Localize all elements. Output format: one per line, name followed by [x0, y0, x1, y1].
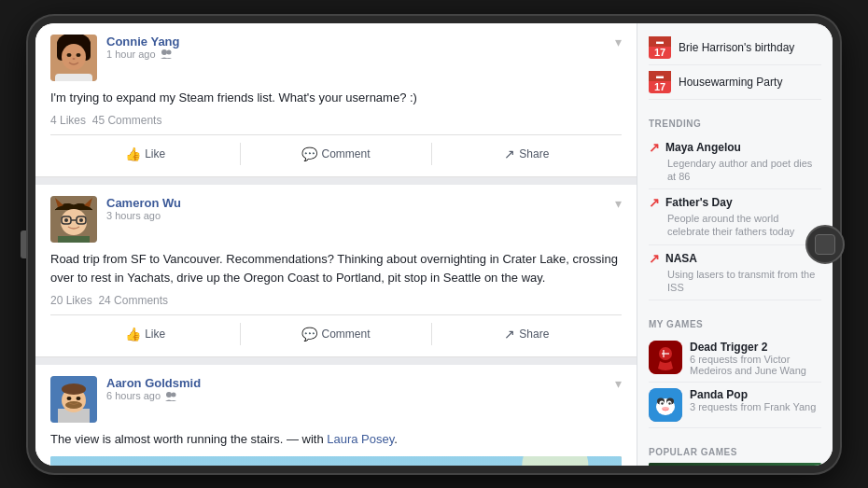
post-text-3: The view is almost worth running the sta… [50, 430, 622, 449]
event-item-housewarming: ▬ 17 Housewarming Party [649, 65, 821, 100]
post-time-1: 1 hour ago [106, 49, 615, 60]
svg-rect-7 [55, 74, 92, 81]
svg-point-26 [172, 392, 176, 397]
popular-games-section: POPULAR GAMES [637, 436, 833, 465]
trending-title-nasa[interactable]: NASA [665, 252, 697, 265]
game-info-dt2: Dead Trigger 2 6 requests from Victor Me… [690, 341, 821, 376]
trending-title-maya[interactable]: Maya Angelou [665, 141, 741, 154]
post-stats-1: 4 Likes 45 Comments [50, 114, 622, 127]
like-icon-1: 👍 [125, 146, 141, 161]
trending-header-fathersday: ↗ Father's Day [649, 195, 821, 210]
trending-header-nasa: ↗ NASA [649, 251, 821, 266]
avatar-connie [50, 35, 97, 81]
post-header-3: Aaron Goldsmid 6 hours ago ▾ [50, 376, 622, 423]
comment-button-2[interactable]: 💬 Comment [241, 323, 431, 345]
post-text-2: Road trip from SF to Vancouver. Recommen… [50, 250, 622, 286]
share-icon-2: ↗ [504, 327, 515, 342]
post-image-3 [50, 456, 622, 466]
svg-point-11 [61, 209, 87, 235]
trending-desc-fathersday: People around the world celebrate their … [649, 212, 821, 239]
post-chevron-3[interactable]: ▾ [615, 376, 622, 391]
trending-section: TRENDING ↗ Maya Angelou Legendary author… [637, 107, 833, 309]
game-item-dt2: Dead Trigger 2 6 requests from Victor Me… [649, 335, 821, 383]
trending-title-fathersday[interactable]: Father's Day [665, 196, 733, 209]
share-button-1[interactable]: ↗ Share [432, 143, 622, 165]
my-games-section: MY GAMES [637, 308, 833, 436]
post-author-1[interactable]: Connie Yang [106, 35, 615, 49]
post-meta-3: Aaron Goldsmid 6 hours ago [106, 376, 615, 401]
post-card-3: Aaron Goldsmid 6 hours ago ▾ [35, 365, 637, 466]
game-title-dt2[interactable]: Dead Trigger 2 [690, 341, 821, 354]
post-card-2: Cameron Wu 3 hours ago ▾ Road trip from … [35, 185, 637, 357]
svg-point-6 [73, 58, 76, 60]
share-icon-1: ↗ [504, 146, 515, 161]
event-icon-birthday: ▬ 17 [649, 36, 671, 59]
trending-nasa: ↗ NASA Using lasers to transmit from the… [649, 245, 821, 301]
my-games-title: MY GAMES [649, 319, 821, 329]
post-author-2[interactable]: Cameron Wu [106, 196, 615, 210]
event-name-birthday[interactable]: Brie Harrison's birthday [679, 41, 794, 54]
svg-point-4 [67, 53, 72, 57]
right-sidebar: ▬ 17 Brie Harrison's birthday ▬ 17 House… [637, 23, 833, 466]
like-button-2[interactable]: 👍 Like [50, 323, 241, 345]
avatar-aaron [50, 376, 97, 423]
svg-point-15 [64, 218, 68, 222]
post-meta-1: Connie Yang 1 hour ago [106, 35, 615, 60]
game-item-pp: Panda Pop 3 requests from Frank Yang [649, 383, 821, 428]
post-card-1: Connie Yang 1 hour ago ▾ [35, 23, 637, 178]
svg-point-5 [77, 53, 81, 57]
trending-desc-nasa: Using lasers to transmit from the ISS [649, 268, 821, 295]
svg-point-22 [67, 397, 72, 400]
post-actions-2: 👍 Like 💬 Comment ↗ Share [50, 314, 622, 345]
home-button[interactable] [805, 225, 845, 264]
trending-title-label: TRENDING [649, 119, 821, 129]
tablet-screen: Connie Yang 1 hour ago ▾ [35, 23, 833, 466]
svg-point-8 [161, 49, 167, 55]
svg-point-44 [668, 403, 670, 405]
svg-point-25 [166, 392, 172, 397]
game-info-pp: Panda Pop 3 requests from Frank Yang [690, 388, 821, 412]
game-title-pp[interactable]: Panda Pop [690, 388, 821, 401]
svg-point-23 [77, 397, 81, 400]
game-icon-dt2 [649, 341, 682, 374]
svg-point-31 [522, 456, 588, 466]
laura-posey-link[interactable]: Laura Posey [327, 432, 394, 446]
friends-icon-1 [160, 49, 173, 59]
volume-button[interactable] [21, 230, 26, 258]
trending-arrow-maya: ↗ [649, 140, 660, 155]
trending-arrow-fathersday: ↗ [649, 195, 660, 210]
post-chevron-2[interactable]: ▾ [615, 196, 622, 211]
event-item-birthday: ▬ 17 Brie Harrison's birthday [649, 31, 821, 65]
popular-games-banner: ✕ ▶ [649, 463, 821, 465]
game-desc-dt2: 6 requests from Victor Medeiros and June… [690, 354, 821, 376]
post-text-1: I'm trying to expand my Steam friends li… [50, 89, 622, 107]
popular-games-title: POPULAR GAMES [649, 447, 821, 457]
avatar-cameron [50, 196, 97, 243]
post-author-3[interactable]: Aaron Goldsmid [106, 376, 615, 390]
events-section: ▬ 17 Brie Harrison's birthday ▬ 17 House… [637, 23, 833, 107]
post-chevron-1[interactable]: ▾ [615, 35, 622, 49]
like-button-1[interactable]: 👍 Like [50, 143, 241, 165]
svg-rect-36 [662, 353, 669, 355]
post-header-1: Connie Yang 1 hour ago ▾ [50, 35, 622, 81]
post-meta-2: Cameron Wu 3 hours ago [106, 196, 615, 221]
svg-point-43 [661, 403, 663, 405]
post-actions-1: 👍 Like 💬 Comment ↗ Share [50, 134, 622, 165]
home-button-icon [815, 234, 835, 255]
trending-header-maya: ↗ Maya Angelou [649, 140, 821, 155]
post-header-2: Cameron Wu 3 hours ago ▾ [50, 196, 622, 243]
svg-point-9 [166, 50, 171, 55]
main-feed: Connie Yang 1 hour ago ▾ [35, 23, 637, 466]
svg-rect-17 [58, 236, 90, 243]
event-name-housewarming[interactable]: Housewarming Party [679, 76, 782, 89]
trending-fathersday: ↗ Father's Day People around the world c… [649, 189, 821, 245]
comment-button-1[interactable]: 💬 Comment [241, 143, 431, 165]
post-time-2: 3 hours ago [106, 210, 615, 221]
trending-desc-maya: Legendary author and poet dies at 86 [649, 157, 821, 184]
game-desc-pp: 3 requests from Frank Yang [690, 401, 821, 412]
svg-point-16 [79, 218, 83, 222]
trending-arrow-nasa: ↗ [649, 251, 660, 266]
tablet-frame: Connie Yang 1 hour ago ▾ [28, 16, 840, 473]
share-button-2[interactable]: ↗ Share [432, 323, 622, 345]
svg-rect-46 [649, 463, 821, 465]
